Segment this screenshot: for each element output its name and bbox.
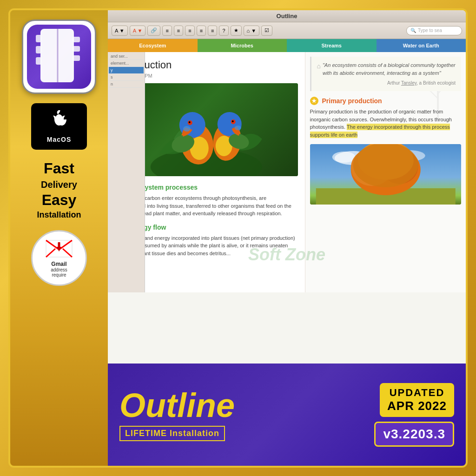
- svg-rect-7: [73, 55, 80, 61]
- quote-block: ⌂ "An ecosystem consists of a biological…: [310, 57, 462, 91]
- content-left: y Production 0, 2012 4:36 PM: [108, 52, 305, 292]
- right-badges: UPDATED APR 2022 v3.2203.3: [374, 383, 454, 447]
- fast-label: Fast: [37, 159, 81, 178]
- primary-star-icon: ★: [310, 97, 318, 105]
- updated-badge: UPDATED APR 2022: [380, 383, 454, 417]
- svg-rect-15: [58, 242, 60, 249]
- toolbar-list-btn[interactable]: ≡: [197, 26, 206, 36]
- gmail-text-block: Gmail address require: [51, 261, 67, 278]
- installation-label: Installation: [37, 210, 81, 220]
- svg-rect-5: [73, 37, 80, 42]
- toolbar-check-btn[interactable]: ☑: [261, 26, 272, 36]
- toolbar-align-btn[interactable]: ≡: [162, 26, 172, 36]
- delivery-label: Delivery: [37, 178, 81, 191]
- quote-house-icon: ⌂: [317, 61, 321, 71]
- app-icon-container: [22, 20, 96, 94]
- content-right: ⌂ "An ecosystem consists of a biological…: [305, 52, 466, 292]
- svg-rect-1: [36, 35, 41, 42]
- svg-rect-6: [73, 46, 80, 52]
- apple-logo-icon: [51, 110, 67, 133]
- search-icon: 🔍: [410, 28, 416, 33]
- svg-point-29: [232, 120, 234, 122]
- content-lower: and ser... element... y s n 💡 Eco: [115, 183, 298, 285]
- primary-title: Primary production: [322, 97, 382, 105]
- svg-point-23: [183, 126, 191, 132]
- toolbar-star-btn[interactable]: ★: [231, 26, 242, 36]
- easy-label: Easy: [37, 191, 81, 210]
- tab-water[interactable]: Water on Earth: [377, 39, 466, 52]
- toolbar-font-btn[interactable]: A ▼: [112, 26, 128, 36]
- app-toolbar: A ▼ A ▼ 🔗 ≡ ≡ ≡ ≡ ≡ ? ★ ⌂ ▼ ☑ 🔍 Type to …: [108, 22, 466, 39]
- gmail-word: Gmail: [51, 261, 67, 267]
- macos-badge: MacOS: [31, 103, 87, 150]
- app-icon-inner: [27, 25, 91, 89]
- svg-point-30: [235, 126, 241, 130]
- fast-delivery-block: Fast Delivery Easy Installation: [37, 159, 81, 221]
- gmail-badge: Gmail address require: [31, 230, 87, 286]
- macos-label: MacOS: [47, 136, 71, 143]
- banner-left: Outline LIFETIME Installation: [119, 389, 365, 441]
- tab-streams[interactable]: Streams: [287, 39, 377, 52]
- sidebar-stub: and ser... element... y s n: [115, 183, 145, 285]
- notebook-svg-icon: [33, 26, 85, 87]
- updated-date: APR 2022: [387, 399, 447, 413]
- gmail-require: require: [51, 272, 67, 278]
- lifetime-text: LIFETIME Installation: [119, 426, 225, 441]
- quote-text: "An ecosystem consists of a biological c…: [323, 61, 456, 77]
- outline-title-large: Outline: [119, 389, 365, 422]
- toolbar-home-btn[interactable]: ⌂ ▼: [244, 26, 260, 36]
- app-window-title: Outline: [277, 13, 298, 20]
- search-placeholder: Type to sea: [418, 28, 442, 33]
- svg-point-46: [353, 144, 418, 187]
- bottom-banner: Outline LIFETIME Installation UPDATED AP…: [108, 364, 466, 466]
- gmail-address: address: [51, 267, 67, 272]
- toolbar-link-btn[interactable]: 🔗: [147, 26, 160, 36]
- version-text: v3.2203.3: [383, 427, 445, 442]
- toolbar-list2-btn[interactable]: ≡: [208, 26, 217, 36]
- quote-author: Arthur Tansley, a British ecologist: [323, 79, 456, 86]
- app-screenshot: Outline A ▼ A ▼ 🔗 ≡ ≡ ≡ ≡ ≡ ? ★ ⌂ ▼ ☑ 🔍 …: [108, 10, 466, 364]
- tab-ecosystem[interactable]: Ecosystem: [108, 39, 198, 52]
- gmail-m-icon: [45, 238, 73, 259]
- toolbar-align3-btn[interactable]: ≡: [185, 26, 194, 36]
- app-title-bar: Outline: [108, 10, 466, 22]
- tab-microbes[interactable]: Microbes: [198, 39, 287, 52]
- toolbar-align2-btn[interactable]: ≡: [174, 26, 183, 36]
- toolbar-color-btn[interactable]: A ▼: [130, 26, 146, 36]
- updated-label: UPDATED: [387, 387, 447, 399]
- svg-rect-2: [36, 46, 41, 53]
- app-content: y Production 0, 2012 4:36 PM: [108, 52, 466, 292]
- right-panel: Outline A ▼ A ▼ 🔗 ≡ ≡ ≡ ≡ ≡ ? ★ ⌂ ▼ ☑ 🔍 …: [108, 10, 466, 466]
- left-panel: MacOS Fast Delivery Easy Installation: [10, 10, 108, 466]
- app-tabs: Ecosystem Microbes Streams Water on Eart…: [108, 39, 466, 52]
- svg-rect-3: [36, 57, 41, 65]
- toolbar-help-btn[interactable]: ?: [219, 26, 228, 36]
- tree-image: [310, 144, 462, 205]
- version-badge: v3.2203.3: [374, 422, 454, 447]
- svg-point-38: [332, 152, 355, 163]
- tree-svg: [310, 144, 462, 205]
- svg-point-22: [189, 121, 191, 123]
- outer-frame: MacOS Fast Delivery Easy Installation: [8, 8, 468, 468]
- toolbar-search[interactable]: 🔍 Type to sea: [406, 26, 462, 35]
